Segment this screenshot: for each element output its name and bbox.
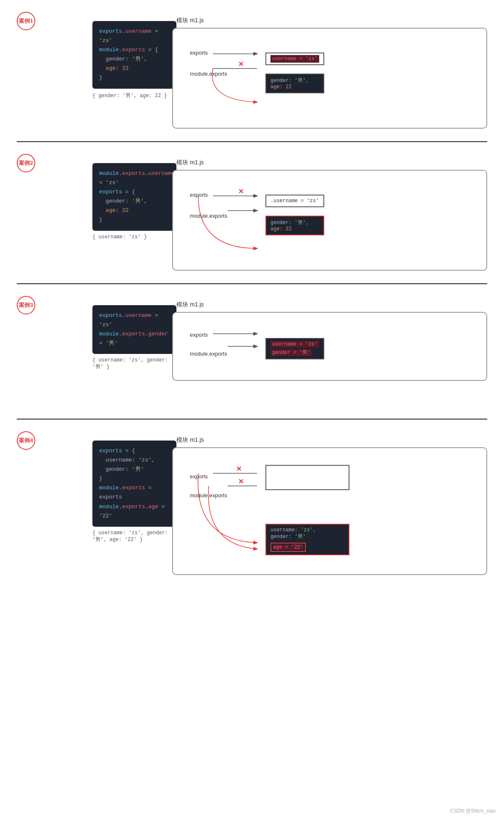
exports-label-3: exports	[190, 332, 227, 338]
gender-line-3: gender = '男'	[270, 349, 319, 356]
badge-1: 案例1	[17, 12, 35, 30]
obj-box-4-2: username: 'zs', gender: '男' age = '22'	[265, 524, 349, 555]
code-line: gender: '男'	[99, 465, 170, 474]
module-inner-1: exports module.exports username = 'zs' g…	[181, 37, 478, 104]
code-line: exports = {	[99, 446, 170, 456]
exports-label-2: exports	[190, 192, 227, 198]
boxes-col-3: username = 'zs' gender = '男'	[265, 338, 324, 359]
left-panel-4: exports = { username: 'zs', gender: '男' …	[55, 432, 172, 543]
obj-box-2-2: gender: '男', age: 22	[265, 216, 324, 235]
module-exports-label-1: module.exports	[190, 71, 227, 77]
result-1: { gender: '男', age: 22 }	[92, 92, 172, 99]
result-2: { username: 'zs' }	[92, 234, 172, 240]
code-line: exports.username = 'zs'	[99, 27, 170, 45]
module-box-4: ✕ ✕ exports	[172, 447, 487, 575]
left-panel-1: exports.username = 'zs' module.exports =…	[55, 13, 172, 99]
module-box-3: exports module.exports username = 'zs' g…	[172, 312, 487, 381]
footer: CSDN @Stitch_xiao	[450, 808, 496, 814]
right-panel-4: 模块 m1.js ✕ ✕	[172, 432, 487, 575]
badge-4: 案例4	[17, 431, 35, 450]
section-2: 案例2 module.exports.username = 'zs' expor…	[0, 142, 504, 283]
age-line-2: age: 22	[270, 226, 319, 232]
code-line: }	[99, 215, 170, 224]
username-line-4: username: 'zs',	[270, 527, 344, 533]
left-panel-2: module.exports.username = 'zs' exports =…	[55, 155, 172, 240]
age-line: age: 22	[270, 84, 319, 90]
result-4: { username: 'zs', gender: '男', age: '22'…	[92, 530, 172, 543]
module-exports-label-3: module.exports	[190, 351, 227, 357]
code-line: age: 22	[99, 64, 170, 73]
code-line: module.exports.gender = '男'	[99, 330, 170, 348]
section-3: 案例3 exports.username = 'zs' module.expor…	[0, 284, 504, 419]
module-box-1: ✕ exports module.exports	[172, 28, 487, 129]
result-3: { username: 'zs', gender: '男' }	[92, 357, 172, 370]
left-panel-3: exports.username = 'zs' module.exports.g…	[55, 297, 172, 370]
age-line-4: age = '22'	[270, 543, 306, 552]
right-panel-3: 模块 m1.js exports module.exports	[172, 297, 487, 381]
exports-label-1: exports	[190, 50, 227, 56]
code-block-2: module.exports.username = 'zs' exports =…	[92, 163, 176, 231]
code-line: exports.username = 'zs'	[99, 311, 170, 330]
right-panel-2: 模块 m1.js ✕	[172, 155, 487, 271]
boxes-col-2: .username = 'zs' gender: '男', age: 22	[265, 195, 324, 235]
code-line: username: 'zs',	[99, 456, 170, 465]
module-label-4: 模块 m1.js	[176, 436, 487, 444]
obj-box-2-1: .username = 'zs'	[265, 195, 324, 207]
code-line: module.exports = {	[99, 45, 170, 55]
labels-col-4: exports module.exports	[190, 473, 227, 499]
module-inner-2: exports module.exports .username = 'zs' …	[181, 179, 478, 246]
code-line: module.exports = exports	[99, 483, 170, 502]
obj-box-1-1: username = 'zs'	[265, 53, 324, 65]
obj-box-4-1	[265, 465, 349, 490]
code-block-3: exports.username = 'zs' module.exports.g…	[92, 305, 176, 354]
right-panel-1: 模块 m1.js ✕	[172, 13, 487, 129]
module-inner-3: exports module.exports username = 'zs' g…	[181, 321, 478, 372]
code-block-1: exports.username = 'zs' module.exports =…	[92, 21, 176, 89]
module-label-1: 模块 m1.js	[176, 17, 487, 24]
labels-col-3: exports module.exports	[190, 332, 227, 357]
module-label-3: 模块 m1.js	[176, 301, 487, 309]
obj-box-3-1: username = 'zs' gender = '男'	[265, 338, 324, 359]
module-box-2: ✕ exports module.exports	[172, 170, 487, 271]
code-line: }	[99, 474, 170, 483]
gender-line-2: gender: '男',	[270, 219, 319, 226]
module-label-2: 模块 m1.js	[176, 159, 487, 166]
section-1: 案例1 exports.username = 'zs' module.expor…	[0, 0, 504, 141]
labels-col-1: exports module.exports	[190, 50, 227, 77]
code-line: exports = {	[99, 187, 170, 197]
obj-box-1-2: gender: '男', age: 22	[265, 74, 324, 93]
labels-col-2: exports module.exports	[190, 192, 227, 219]
gender-line: gender: '男',	[270, 77, 319, 84]
code-line: gender: '男',	[99, 55, 170, 64]
code-line: age: 22	[99, 206, 170, 215]
section-4: 案例4 exports = { username: 'zs', gender: …	[0, 420, 504, 596]
code-line: module.exports.age = '22'	[99, 502, 170, 521]
badge-3: 案例3	[17, 296, 35, 314]
gender-line-4: gender: '男'	[270, 533, 344, 540]
exports-label-4: exports	[190, 473, 227, 480]
boxes-col-4: username: 'zs', gender: '男' age = '22'	[265, 465, 349, 555]
module-exports-label-4: module.exports	[190, 492, 227, 499]
badge-2: 案例2	[17, 154, 35, 172]
code-block-4: exports = { username: 'zs', gender: '男' …	[92, 441, 176, 527]
code-line: gender: '男',	[99, 197, 170, 206]
boxes-col-1: username = 'zs' gender: '男', age: 22	[265, 53, 324, 93]
username-highlight: username = 'zs'	[270, 55, 319, 63]
code-line: }	[99, 73, 170, 82]
module-exports-label-2: module.exports	[190, 213, 227, 219]
username-line-3: username = 'zs'	[270, 341, 319, 347]
code-line: module.exports.username = 'zs'	[99, 169, 170, 187]
module-inner-4: exports module.exports username: 'zs', g…	[181, 456, 478, 566]
